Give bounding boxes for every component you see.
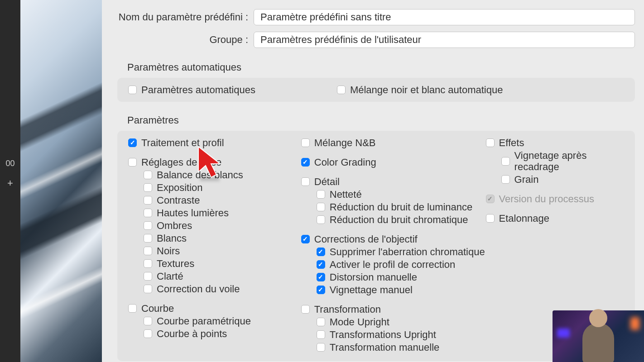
- blacks-checkbox[interactable]: [144, 247, 152, 255]
- left-toolbar: 00 +: [0, 0, 20, 362]
- treatment-checkbox[interactable]: [128, 138, 137, 147]
- process-ver-checkbox: [486, 195, 495, 203]
- param-curve-label: Courbe paramétrique: [157, 315, 251, 327]
- calibration-checkbox[interactable]: [486, 214, 495, 223]
- auto-params-label: Paramètres automatiques: [141, 84, 255, 95]
- enable-profile-checkbox[interactable]: [317, 260, 325, 269]
- detail-checkbox[interactable]: [301, 177, 310, 186]
- calibration-label: Etalonnage: [499, 213, 549, 224]
- auto-params-header: Paramètres automatiques: [102, 54, 644, 78]
- auto-params-box: Paramètres automatiques Mélange noir et …: [117, 78, 635, 102]
- transform-checkbox[interactable]: [301, 305, 310, 314]
- contrast-checkbox[interactable]: [144, 196, 152, 205]
- basic-label: Réglages de base: [141, 157, 221, 168]
- post-vig-label: Vignetage après recadrage: [514, 150, 624, 172]
- curve-checkbox[interactable]: [128, 304, 137, 313]
- whites-checkbox[interactable]: [144, 234, 152, 243]
- point-curve-checkbox[interactable]: [144, 329, 152, 338]
- highlights-label: Hautes lumières: [157, 207, 229, 219]
- lum-noise-checkbox[interactable]: [317, 203, 325, 211]
- sharpness-checkbox[interactable]: [317, 190, 325, 199]
- upright-trans-checkbox[interactable]: [317, 330, 325, 339]
- chrom-noise-checkbox[interactable]: [317, 215, 325, 224]
- preset-dialog: Nom du paramètre prédéfini : Groupe : Pa…: [102, 0, 644, 362]
- textures-checkbox[interactable]: [144, 259, 152, 268]
- bw-mix-label: Mélange N&B: [314, 137, 376, 148]
- wb-checkbox[interactable]: [144, 171, 152, 179]
- bw-mix-checkbox[interactable]: [301, 138, 310, 147]
- group-label: Groupe :: [102, 34, 254, 46]
- bw-auto-checkbox[interactable]: [337, 86, 346, 94]
- params-header: Paramètres: [102, 107, 644, 131]
- shadows-label: Ombres: [157, 220, 192, 231]
- post-vig-checkbox[interactable]: [501, 157, 510, 166]
- shadows-checkbox[interactable]: [144, 221, 152, 230]
- manual-dist-label: Distorsion manuelle: [330, 272, 417, 283]
- expo-checkbox[interactable]: [144, 183, 152, 192]
- wb-label: Balance des blancs: [157, 169, 243, 181]
- clarity-label: Clarté: [157, 271, 183, 282]
- treatment-label: Traitement et profil: [141, 137, 224, 148]
- upright-label: Mode Upright: [330, 316, 389, 328]
- expo-label: Exposition: [157, 182, 203, 193]
- detail-label: Détail: [314, 176, 340, 187]
- webcam-overlay: [553, 310, 644, 362]
- contrast-label: Contraste: [157, 195, 200, 206]
- auto-params-checkbox[interactable]: [128, 86, 137, 94]
- manual-trans-label: Transformation manuelle: [330, 342, 440, 353]
- grain-label: Grain: [514, 174, 539, 185]
- photo-preview: [20, 0, 102, 362]
- lum-noise-label: Réduction du bruit de luminance: [330, 201, 473, 213]
- lens-corr-checkbox[interactable]: [301, 235, 310, 243]
- manual-vig-label: Vignettage manuel: [330, 284, 413, 295]
- process-ver-label: Version du processus: [499, 193, 594, 205]
- color-grading-checkbox[interactable]: [301, 158, 310, 167]
- point-curve-label: Courbe à points: [157, 328, 227, 339]
- enable-profile-label: Activer le profil de correction: [330, 259, 456, 270]
- highlights-checkbox[interactable]: [144, 209, 152, 217]
- effects-label: Effets: [499, 137, 524, 148]
- color-grading-label: Color Grading: [314, 157, 376, 168]
- chrom-noise-label: Réduction du bruit chromatique: [330, 214, 468, 225]
- manual-dist-checkbox[interactable]: [317, 273, 325, 281]
- add-icon[interactable]: +: [0, 172, 20, 195]
- grain-checkbox[interactable]: [501, 175, 510, 184]
- remove-ca-checkbox[interactable]: [317, 248, 325, 256]
- manual-trans-checkbox[interactable]: [317, 343, 325, 352]
- group-select[interactable]: [254, 32, 635, 48]
- param-curve-checkbox[interactable]: [144, 317, 152, 325]
- upright-trans-label: Transformations Upright: [330, 329, 436, 340]
- value-readout: 00: [0, 155, 20, 172]
- bw-auto-label: Mélange noir et blanc automatique: [350, 84, 503, 95]
- curve-label: Courbe: [141, 303, 174, 314]
- upright-checkbox[interactable]: [317, 318, 325, 326]
- sharpness-label: Netteté: [330, 189, 362, 200]
- textures-label: Textures: [157, 258, 194, 269]
- dehaze-label: Correction du voile: [157, 283, 240, 295]
- blacks-label: Noirs: [157, 245, 180, 257]
- remove-ca-label: Supprimer l'aberration chromatique: [330, 246, 485, 257]
- whites-label: Blancs: [157, 233, 187, 244]
- clarity-checkbox[interactable]: [144, 272, 152, 281]
- effects-checkbox[interactable]: [486, 138, 495, 147]
- lens-corr-label: Corrections de l'objectif: [314, 233, 418, 245]
- transform-label: Transformation: [314, 304, 381, 315]
- dehaze-checkbox[interactable]: [144, 285, 152, 293]
- preset-name-input[interactable]: [254, 9, 635, 25]
- basic-checkbox[interactable]: [128, 158, 137, 167]
- preset-name-label: Nom du paramètre prédéfini :: [102, 11, 254, 23]
- manual-vig-checkbox[interactable]: [317, 286, 325, 294]
